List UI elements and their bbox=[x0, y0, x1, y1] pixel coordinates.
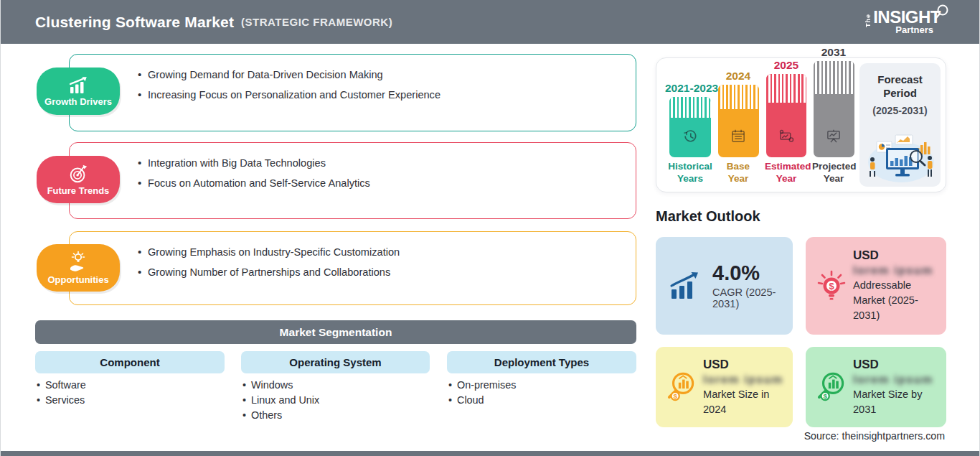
icon-column: $ bbox=[661, 369, 702, 405]
future-trends-box: Integration with Big Data Technologies F… bbox=[69, 142, 636, 219]
timeline-label: Projected Year bbox=[812, 161, 855, 185]
masked-value: lorem ipsum bbox=[853, 373, 933, 386]
segment-header-component: Component bbox=[35, 351, 225, 373]
timeline-label: Estimated Year bbox=[765, 161, 808, 185]
infographic-page: Clustering Software Market (STRATEGIC FR… bbox=[0, 0, 980, 456]
cagr-value: 4.0% bbox=[712, 262, 793, 284]
bullet-item: Increasing Focus on Personalization and … bbox=[138, 88, 621, 102]
pill-label: Future Trends bbox=[47, 185, 110, 196]
future-trends-pill: Future Trends bbox=[37, 156, 120, 203]
list-item: Software bbox=[37, 378, 86, 393]
bulb-dollar-icon: $ bbox=[815, 267, 848, 304]
svg-text:$: $ bbox=[673, 392, 677, 400]
segment-header-label: Component bbox=[100, 356, 159, 368]
list-item: Others bbox=[242, 408, 319, 423]
timeline-historical: 2021-2023 Historical Years bbox=[665, 82, 715, 185]
segment-header-label: Deployment Types bbox=[494, 356, 589, 368]
timeline-base: 2024 Base Year bbox=[717, 70, 760, 185]
svg-text:$: $ bbox=[823, 392, 827, 400]
segment-header-label: Operating System bbox=[289, 356, 381, 368]
header-bar: Clustering Software Market (STRATEGIC FR… bbox=[1, 0, 979, 44]
bar-chart-arrow-icon bbox=[667, 270, 703, 302]
pill-label: Growth Drivers bbox=[44, 96, 112, 107]
source-attribution: Source: theinsightpartners.com bbox=[804, 430, 945, 442]
bullet-item: Growing Demand for Data-Driven Decision … bbox=[138, 68, 621, 82]
analytics-team-illustration bbox=[864, 129, 937, 184]
timeline-bar-projected bbox=[814, 61, 854, 157]
calendar-icon bbox=[729, 127, 748, 146]
forecast-period-range: (2025-2031) bbox=[872, 105, 927, 116]
list-item: Windows bbox=[242, 378, 319, 393]
magnifier-chart-icon: $ bbox=[814, 369, 849, 405]
magnifier-chart-icon: $ bbox=[664, 369, 699, 405]
masked-value: lorem ipsum bbox=[703, 373, 783, 386]
text-column: USD lorem ipsum Market Size in 2024 bbox=[702, 358, 786, 417]
opportunities-box: Growing Emphasis on Industry-Specific Cu… bbox=[69, 231, 636, 305]
forecast-period-title: Forecast Period bbox=[872, 73, 929, 101]
timeline-bar-base bbox=[718, 85, 759, 157]
logo-insight: INSIGHT bbox=[873, 9, 941, 26]
currency-label: USD bbox=[703, 358, 786, 372]
research-timeline-card: 2021-2023 Historical Years 2024 bbox=[656, 57, 946, 192]
market-outlook-title: Market Outlook bbox=[656, 208, 760, 225]
icon-column: $ bbox=[811, 369, 852, 405]
timeline-year: 2025 bbox=[765, 59, 808, 72]
bullet-item: Focus on Automation and Self-Service Ana… bbox=[138, 177, 621, 190]
monitor-gear-icon bbox=[777, 127, 796, 146]
presentation-chart-icon bbox=[824, 127, 843, 146]
cagr-card: 4.0% CAGR (2025-2031) bbox=[656, 237, 793, 335]
hand-bulb-icon bbox=[67, 251, 90, 274]
icon-column: $ bbox=[811, 267, 852, 304]
timeline-bar-estimated bbox=[766, 74, 806, 157]
market-size-2031-card: $ USD lorem ipsum Market Size by 2031 bbox=[806, 347, 946, 427]
addressable-market-card: $ USD lorem ipsum Addressable Market (20… bbox=[806, 237, 946, 335]
segment-header-deployment-types: Deployment Types bbox=[447, 351, 636, 373]
timeline-label: Historical Years bbox=[665, 161, 715, 185]
forecast-period-panel: Forecast Period (2025-2031) bbox=[859, 63, 941, 187]
card-caption: Addressable Market (2025-2031) bbox=[853, 278, 939, 322]
insight-partners-logo: The INSIGHT Partners bbox=[864, 9, 951, 35]
timeline-estimated: 2025 Estimated Year bbox=[765, 59, 808, 185]
opportunities-list: Growing Emphasis on Industry-Specific Cu… bbox=[138, 246, 621, 279]
segment-header-operating-system: Operating System bbox=[241, 351, 430, 373]
target-icon bbox=[67, 163, 89, 185]
currency-label: USD bbox=[853, 248, 939, 263]
page-subtitle: (STRATEGIC FRAMEWORK) bbox=[241, 16, 392, 28]
list-item: On-premises bbox=[448, 378, 516, 393]
cagr-caption: CAGR (2025-2031) bbox=[712, 287, 793, 310]
magnifier-logo-icon bbox=[933, 4, 949, 22]
opportunities-pill: Opportunities bbox=[37, 244, 120, 292]
growth-drivers-pill: Growth Drivers bbox=[37, 68, 120, 115]
segmentation-title: Market Segmentation bbox=[280, 326, 392, 339]
bullet-item: Integration with Big Data Technologies bbox=[138, 157, 621, 170]
timeline-year: 2021-2023 bbox=[665, 82, 715, 95]
market-size-2024-card: $ USD lorem ipsum Market Size in 2024 bbox=[656, 347, 793, 427]
future-trends-list: Integration with Big Data Technologies F… bbox=[138, 157, 621, 190]
logo-block: INSIGHT Partners bbox=[873, 9, 941, 35]
timeline-projected: 2031 Projected Year bbox=[812, 46, 855, 185]
growth-drivers-list: Growing Demand for Data-Driven Decision … bbox=[138, 68, 621, 102]
bullet-item: Growing Emphasis on Industry-Specific Cu… bbox=[138, 246, 621, 259]
timeline-bar-historical bbox=[669, 97, 711, 157]
list-item: Cloud bbox=[448, 393, 516, 408]
text-column: USD lorem ipsum Market Size by 2031 bbox=[852, 358, 939, 417]
page-title: Clustering Software Market bbox=[35, 14, 234, 31]
history-clock-icon bbox=[681, 127, 699, 146]
card-caption: Market Size in 2024 bbox=[703, 387, 782, 417]
component-items: Software Services bbox=[37, 378, 86, 408]
operating-system-items: Windows Linux and Unix Others bbox=[242, 378, 319, 423]
list-item: Services bbox=[37, 393, 86, 408]
svg-text:$: $ bbox=[829, 281, 834, 292]
bullet-item: Growing Number of Partnerships and Colla… bbox=[138, 266, 621, 279]
market-segmentation-bar: Market Segmentation bbox=[35, 320, 636, 344]
text-column: USD lorem ipsum Addressable Market (2025… bbox=[852, 248, 939, 322]
list-item: Linux and Unix bbox=[242, 393, 319, 408]
timeline-year: 2024 bbox=[717, 70, 760, 83]
deployment-types-items: On-premises Cloud bbox=[448, 378, 516, 408]
card-caption: Market Size by 2031 bbox=[853, 387, 932, 417]
bottom-bar bbox=[1, 451, 979, 456]
currency-label: USD bbox=[853, 358, 939, 372]
timeline-year: 2031 bbox=[812, 46, 855, 59]
pill-label: Opportunities bbox=[47, 274, 108, 285]
growth-drivers-box: Growing Demand for Data-Driven Decision … bbox=[69, 54, 636, 131]
